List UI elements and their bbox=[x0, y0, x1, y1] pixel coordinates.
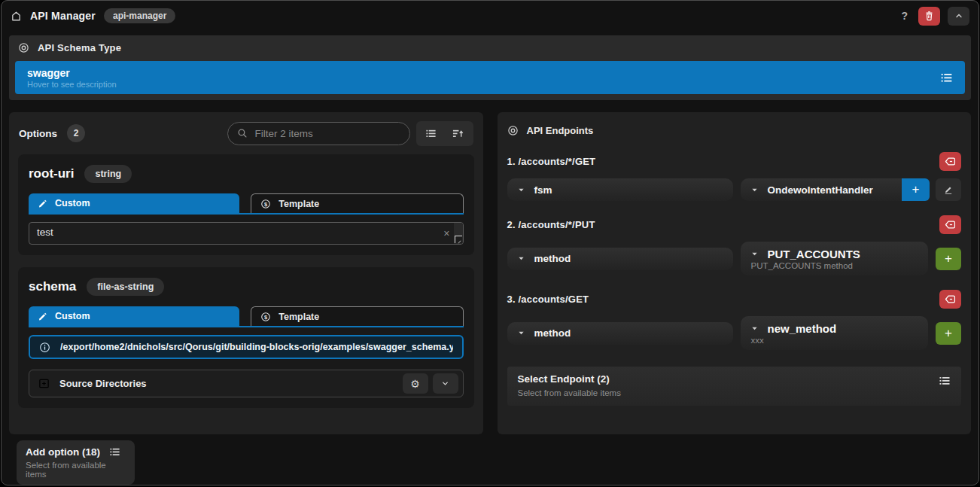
endpoint-3-remove-button[interactable] bbox=[939, 290, 961, 309]
list-view-button[interactable] bbox=[418, 123, 445, 144]
textarea-scrollbar[interactable] bbox=[454, 223, 463, 244]
plus-icon: + bbox=[945, 251, 952, 266]
tab-template-label: Template bbox=[278, 199, 319, 209]
search-icon bbox=[237, 128, 248, 138]
tab-custom[interactable]: Custom bbox=[29, 306, 239, 326]
endpoint-3-type-select[interactable]: method bbox=[507, 322, 733, 345]
caret-down-icon bbox=[751, 251, 758, 257]
endpoints-title: API Endpoints bbox=[527, 125, 594, 136]
template-dollar-icon: $ bbox=[260, 312, 271, 322]
endpoint-1-edit-button[interactable] bbox=[936, 178, 961, 201]
caret-down-icon bbox=[518, 187, 525, 193]
endpoint-1-remove-button[interactable] bbox=[939, 152, 961, 171]
add-option-button[interactable]: Add option (18) Select from available it… bbox=[17, 440, 135, 485]
pencil-icon bbox=[38, 312, 47, 321]
collapse-button[interactable] bbox=[948, 7, 969, 26]
home-icon bbox=[11, 11, 22, 22]
tab-custom[interactable]: Custom bbox=[29, 193, 239, 213]
options-view-buttons bbox=[416, 121, 473, 146]
schema-type-selected[interactable]: swagger Hover to see description bbox=[15, 61, 965, 94]
delete-draft-button[interactable] bbox=[918, 7, 940, 26]
endpoint-3-value-select[interactable]: new_method xxx bbox=[741, 316, 929, 350]
caret-down-icon bbox=[518, 255, 525, 262]
endpoint-3-add-button[interactable]: + bbox=[936, 322, 961, 345]
endpoint-label: 1. /accounts/*/GET bbox=[507, 156, 596, 167]
options-filter-input[interactable] bbox=[254, 127, 400, 140]
option-type-badge: file-as-string bbox=[87, 278, 164, 296]
options-header: Options 2 bbox=[19, 120, 473, 147]
caret-down-icon bbox=[518, 330, 525, 336]
options-count-badge: 2 bbox=[67, 124, 85, 142]
pencil-icon bbox=[38, 199, 47, 208]
schema-file-path: /export/home2/dnichols/src/Qorus/git/bui… bbox=[60, 342, 453, 352]
plus-icon: + bbox=[912, 182, 920, 197]
endpoint-1-label-row: 1. /accounts/*/GET bbox=[507, 152, 962, 171]
resize-grip-icon[interactable] bbox=[455, 236, 462, 243]
chevron-up-icon bbox=[954, 11, 963, 20]
endpoint-type-value: method bbox=[534, 327, 571, 339]
app-badge: api-manager bbox=[104, 8, 175, 23]
endpoint-1-type-select[interactable]: fsm bbox=[507, 178, 733, 201]
endpoint-3: 3. /accounts/GET method bbox=[507, 290, 962, 350]
schema-file-input[interactable]: /export/home2/dnichols/src/Qorus/git/bui… bbox=[29, 335, 464, 359]
svg-text:$: $ bbox=[264, 200, 268, 207]
chevron-down-icon bbox=[441, 379, 449, 388]
bulleted-list-icon bbox=[425, 128, 437, 139]
help-button[interactable]: ? bbox=[898, 10, 911, 22]
endpoint-3-label-row: 3. /accounts/GET bbox=[507, 290, 962, 309]
add-option-label: Add option (18) bbox=[26, 446, 100, 458]
endpoint-3-controls: method new_method xxx + bbox=[507, 316, 962, 350]
endpoint-2-label-row: 2. /accounts/*/PUT bbox=[507, 215, 962, 234]
caret-down-icon bbox=[751, 187, 758, 193]
endpoint-2: 2. /accounts/*/PUT method bbox=[507, 215, 962, 275]
list-icon bbox=[939, 375, 951, 399]
schema-type-selected-text: swagger Hover to see description bbox=[27, 67, 117, 89]
endpoint-1-value-select[interactable]: OndewoIntentHandler bbox=[741, 178, 902, 201]
options-filter[interactable] bbox=[227, 122, 410, 145]
endpoint-2-type-select[interactable]: method bbox=[507, 248, 733, 270]
source-settings-button[interactable]: ⚙ bbox=[403, 373, 428, 394]
endpoint-2-add-button[interactable]: + bbox=[936, 248, 961, 270]
option-name: schema bbox=[29, 279, 76, 294]
endpoint-value: new_method bbox=[768, 322, 837, 335]
endpoint-2-value-select[interactable]: PUT_ACCOUNTS PUT_ACCOUNTS method bbox=[741, 242, 929, 275]
root-uri-input-wrap: test × bbox=[29, 222, 464, 245]
tab-template[interactable]: $ Template bbox=[251, 193, 463, 213]
api-endpoints-panel: API Endpoints 1. /accounts/*/GET fsm bbox=[498, 112, 972, 434]
clear-icon[interactable]: × bbox=[443, 227, 449, 239]
main-content: Options 2 bbox=[9, 112, 971, 434]
folder-add-icon bbox=[38, 378, 50, 389]
target-icon bbox=[507, 125, 519, 136]
tab-template-label: Template bbox=[278, 312, 319, 322]
options-panel: Options 2 bbox=[9, 112, 483, 434]
root-uri-value-input[interactable]: test bbox=[29, 223, 440, 244]
list-icon[interactable] bbox=[940, 72, 953, 84]
trash-icon bbox=[924, 11, 934, 21]
api-manager-window: API Manager api-manager ? API Schema Typ… bbox=[1, 0, 979, 485]
template-dollar-icon: $ bbox=[260, 199, 271, 209]
tab-template[interactable]: $ Template bbox=[251, 306, 463, 326]
info-icon bbox=[39, 342, 50, 353]
tab-custom-label: Custom bbox=[55, 198, 90, 208]
schema-type-header: API Schema Type bbox=[9, 35, 971, 60]
api-schema-type-section: API Schema Type swagger Hover to see des… bbox=[9, 35, 971, 100]
backspace-icon bbox=[945, 294, 956, 304]
source-directories-row[interactable]: Source Directories ⚙ bbox=[29, 370, 464, 397]
tab-custom-label: Custom bbox=[55, 311, 90, 321]
endpoint-type-value: fsm bbox=[534, 184, 552, 196]
endpoint-value-description: PUT_ACCOUNTS method bbox=[751, 261, 918, 270]
endpoint-label: 3. /accounts/GET bbox=[507, 294, 589, 305]
select-endpoint-button[interactable]: Select Endpoint (2) Select from availabl… bbox=[507, 367, 962, 406]
endpoint-1-add-button[interactable]: + bbox=[902, 178, 930, 201]
gear-icon: ⚙ bbox=[410, 378, 420, 390]
schema-type-title: API Schema Type bbox=[38, 42, 121, 53]
source-directories-actions: ⚙ bbox=[403, 373, 458, 394]
add-option-hint: Select from available items bbox=[26, 461, 126, 479]
endpoint-2-remove-button[interactable] bbox=[939, 215, 961, 234]
schema-title-row: schema file-as-string bbox=[29, 278, 464, 296]
source-expand-button[interactable] bbox=[433, 373, 458, 394]
schema-type-value: swagger bbox=[27, 67, 117, 79]
endpoint-value: PUT_ACCOUNTS bbox=[768, 248, 860, 260]
option-type-badge: string bbox=[84, 165, 132, 183]
sort-button[interactable] bbox=[445, 123, 472, 144]
